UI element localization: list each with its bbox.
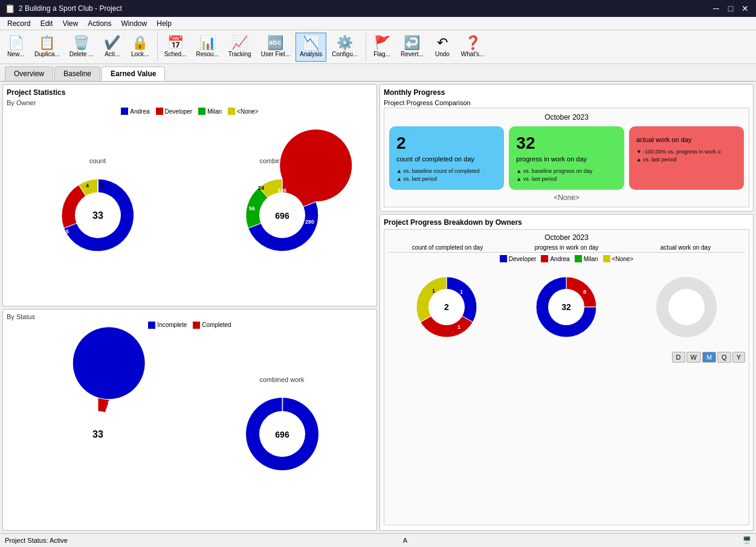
tracking-button[interactable]: 📈 Tracking [224,33,256,62]
card-actual-info1: ▼ -100.00% vs. progress in work o [636,148,737,156]
flag-button[interactable]: 🚩 Flag... [369,33,395,62]
period-week-button[interactable]: W [687,352,701,363]
andrea-label: Andrea [130,108,149,115]
flag-icon: 🚩 [374,36,390,50]
legend-milan: Milan [198,108,222,115]
none-label: <None> [237,108,259,115]
svg-text:1: 1 [457,324,460,330]
revert-button[interactable]: ↩️ Revert... [396,33,428,62]
milan-color [198,108,205,115]
svg-text:24: 24 [258,185,264,191]
bd-developer-label: Developer [509,256,537,262]
svg-text:280: 280 [305,219,314,225]
none-color [228,108,235,115]
resources-button[interactable]: 📊 Resou... [192,33,222,62]
svg-text:696: 696 [275,430,289,439]
incomplete-label: Incomplete [157,322,187,328]
schedule-icon: 📅 [167,36,184,50]
period-quarter-button[interactable]: Q [717,352,731,363]
svg-text:21: 21 [111,221,117,227]
new-button[interactable]: 📄 New... [2,33,29,62]
duplicate-label: Duplica... [34,51,60,57]
tab-earned-value[interactable]: Earned Value [102,66,165,81]
card-completed-info2: ▲ vs. last period [396,175,497,183]
milan-label: Milan [207,108,222,115]
period-year-button[interactable]: Y [732,352,745,363]
app-icon: 📋 [5,4,15,13]
main-content: Project Statistics By Owner Andrea Devel… [0,82,756,533]
analysis-icon: 📉 [303,36,319,50]
col-count: count of completed on day [388,244,507,251]
user-fields-icon: 🔤 [267,36,283,50]
configure-icon: ⚙️ [337,36,353,50]
menu-record[interactable]: Record [2,18,36,29]
analysis-button[interactable]: 📉 Analysis [296,33,326,62]
breakdown-charts: 2 1 1 1 32 [388,265,745,349]
legend-incomplete: Incomplete [148,322,187,329]
col-progress: progress in work on day [507,244,626,251]
menu-bar: Record Edit View Actions Window Help [0,17,756,30]
menu-actions[interactable]: Actions [83,18,116,29]
owner-charts: count [7,118,373,302]
incomplete-color [148,322,155,329]
menu-help[interactable]: Help [152,18,176,29]
breakdown-chart3 [644,265,729,349]
card-actual-title: actual work on day [636,136,737,143]
menu-edit[interactable]: Edit [36,18,58,29]
svg-text:2: 2 [108,398,111,404]
period-month-button[interactable]: M [702,352,716,363]
project-statistics-title: Project Statistics [7,88,373,97]
status-bar: Project Status: Active A 🖥️ [0,533,756,546]
user-fields-label: User Fiel... [261,51,290,57]
card-actual: actual work on day ▼ -100.00% vs. progre… [629,126,744,190]
undo-button[interactable]: ↶ Undo [429,33,456,62]
menu-window[interactable]: Window [117,18,152,29]
by-owner-section: Project Statistics By Owner Andrea Devel… [2,84,377,306]
breakdown-period: October 2023 [388,233,745,242]
action-label: Acti... [105,51,120,57]
owner-count-label: count [89,157,106,164]
owner-work-donut: 696 336 280 56 24 [234,167,331,264]
status-charts: count 33 31 2 [7,332,373,527]
svg-text:4: 4 [86,183,89,189]
maximize-button[interactable]: □ [725,2,737,15]
lock-icon: 🔒 [132,36,148,50]
close-button[interactable]: ✕ [739,2,751,15]
resources-icon: 📊 [199,36,216,50]
tab-baseline[interactable]: Baseline [54,66,100,81]
completed-color [193,322,200,329]
owner-legend: Andrea Developer Milan <None> [7,108,373,115]
minimize-button[interactable]: ─ [710,2,722,15]
by-status-section: By Status Incomplete Completed count [2,309,377,531]
svg-text:2: 2 [444,302,449,312]
status-work-donut: 696 696 [234,386,331,482]
action-button[interactable]: ✔️ Acti... [99,33,126,62]
svg-text:8: 8 [583,289,586,295]
configure-button[interactable]: ⚙️ Configu... [328,33,362,62]
schedule-button[interactable]: 📅 Sched... [160,33,191,62]
window-title: 2 Building a Sport Club - Project [19,4,122,13]
whats-new-button[interactable]: ❓ What's... [457,33,489,62]
card-progress-title: progress in work on day [516,155,616,163]
bd-milan-label: Milan [584,256,598,262]
legend-bd-milan: Milan [575,255,598,262]
new-icon: 📄 [8,36,24,50]
delete-button[interactable]: 🗑️ Delete ... [65,33,98,62]
tracking-icon: 📈 [231,36,248,50]
whats-new-icon: ❓ [465,36,481,50]
svg-text:3: 3 [100,183,103,189]
action-icon: ✔️ [104,36,120,50]
breakdown-header: count of completed on day progress in wo… [388,244,745,253]
new-label: New... [7,51,24,57]
tab-overview[interactable]: Overview [5,66,53,81]
resources-label: Resou... [196,51,218,57]
period-day-button[interactable]: D [672,352,685,363]
duplicate-button[interactable]: 📋 Duplica... [30,33,64,62]
undo-label: Undo [435,51,450,57]
lock-button[interactable]: 🔒 Lock... [127,33,153,62]
menu-view[interactable]: View [57,18,83,29]
tracking-label: Tracking [228,51,251,57]
duplicate-icon: 📋 [39,36,55,50]
user-fields-button[interactable]: 🔤 User Fiel... [257,33,294,62]
svg-point-30 [668,289,705,325]
